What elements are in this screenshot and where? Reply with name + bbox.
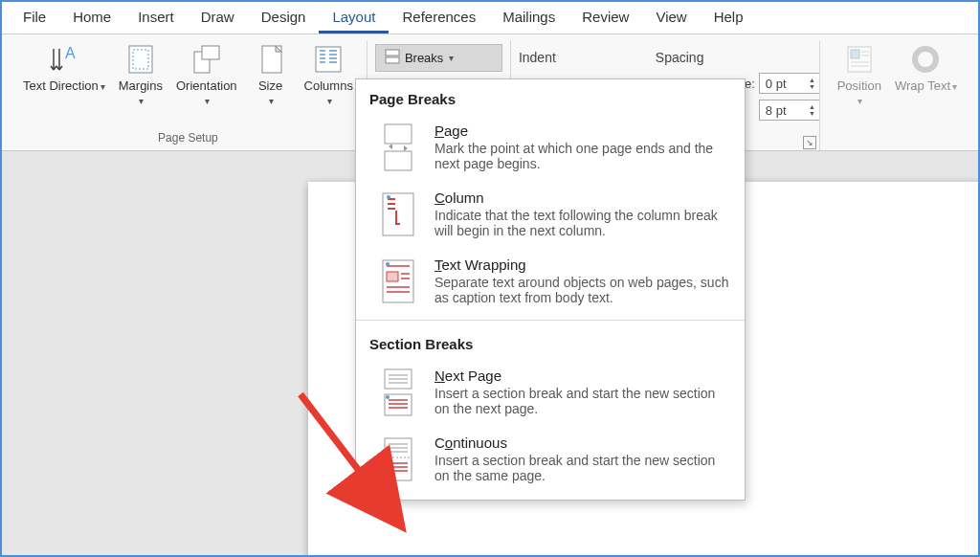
wrap-text-button[interactable]: Wrap Text▾ bbox=[889, 40, 963, 96]
margins-label: Margins bbox=[119, 78, 163, 93]
chevron-down-icon: ▾ bbox=[327, 96, 332, 106]
chevron-down-icon: ▾ bbox=[205, 96, 210, 106]
tab-review[interactable]: Review bbox=[568, 1, 642, 33]
tab-home[interactable]: Home bbox=[59, 1, 124, 33]
menu-item-desc: Separate text around objects on web page… bbox=[434, 275, 731, 305]
spacing-label: Spacing bbox=[656, 50, 704, 65]
position-icon bbox=[842, 42, 877, 77]
position-button[interactable]: Position▾ bbox=[832, 40, 887, 110]
tab-draw[interactable]: Draw bbox=[188, 1, 248, 33]
svg-text:A: A bbox=[65, 45, 76, 61]
spacing-before-input[interactable]: 0 pt ▲▼ bbox=[759, 73, 820, 94]
columns-label: Columns bbox=[304, 78, 353, 93]
menu-item-text-wrapping[interactable]: Text Wrapping Separate text around objec… bbox=[356, 249, 745, 316]
menu-item-title: Continuous bbox=[434, 434, 731, 451]
orientation-button[interactable]: Orientation▾ bbox=[170, 40, 243, 110]
svg-rect-23 bbox=[385, 124, 412, 144]
breaks-label: Breaks bbox=[405, 51, 443, 65]
column-break-icon bbox=[375, 189, 421, 239]
chevron-down-icon: ▾ bbox=[269, 96, 274, 106]
columns-icon bbox=[311, 42, 345, 77]
menu-item-title: Page bbox=[434, 123, 731, 139]
menu-item-continuous[interactable]: Continuous Insert a section break and st… bbox=[356, 427, 745, 494]
breaks-menu: Page Breaks Page Mark the point at which… bbox=[355, 78, 746, 501]
tab-design[interactable]: Design bbox=[248, 1, 320, 33]
margins-button[interactable]: Margins▾ bbox=[113, 40, 168, 110]
spacing-fields: e: 0 pt ▲▼ e: 8 pt ▲▼ ↘ bbox=[745, 73, 820, 153]
text-direction-icon: A bbox=[47, 42, 81, 77]
menu-item-title: Column bbox=[434, 189, 731, 206]
menu-item-desc: Insert a section break and start the new… bbox=[434, 453, 731, 483]
menu-divider bbox=[356, 320, 745, 321]
text-wrapping-break-icon bbox=[375, 256, 421, 306]
text-direction-button[interactable]: A Text Direction▾ bbox=[17, 40, 111, 96]
spinner-arrows-icon[interactable]: ▲▼ bbox=[807, 76, 817, 91]
menu-header-section-breaks: Section Breaks bbox=[356, 324, 745, 360]
wrap-text-icon bbox=[908, 42, 943, 77]
text-direction-label: Text Direction bbox=[23, 78, 99, 93]
svg-rect-25 bbox=[383, 193, 413, 235]
chevron-down-icon: ▾ bbox=[952, 81, 957, 92]
breaks-button[interactable]: Breaks ▾ bbox=[375, 44, 502, 72]
tab-insert[interactable]: Insert bbox=[124, 1, 188, 33]
spacing-before-label: e: bbox=[745, 77, 755, 91]
size-button[interactable]: Size▾ bbox=[245, 40, 297, 110]
svg-rect-4 bbox=[202, 46, 219, 59]
menu-header-page-breaks: Page Breaks bbox=[356, 79, 745, 115]
menu-item-desc: Insert a section break and start the new… bbox=[434, 386, 731, 416]
spacing-after-value: 8 pt bbox=[766, 103, 787, 118]
paragraph-dialog-launcher[interactable]: ↘ bbox=[803, 136, 816, 149]
menu-item-next-page[interactable]: Next Page Insert a section break and sta… bbox=[356, 360, 745, 427]
menu-item-page[interactable]: Page Mark the point at which one page en… bbox=[356, 115, 745, 182]
indent-label: Indent bbox=[519, 50, 556, 65]
margins-icon bbox=[123, 42, 158, 77]
tab-mailings[interactable]: Mailings bbox=[489, 1, 568, 33]
chevron-down-icon: ▾ bbox=[139, 96, 144, 106]
group-arrange: Position▾ Wrap Text▾ bbox=[819, 40, 970, 150]
tab-file[interactable]: File bbox=[10, 1, 59, 33]
svg-rect-6 bbox=[316, 47, 341, 72]
svg-rect-24 bbox=[385, 151, 412, 170]
menu-item-column[interactable]: Column Indicate that the text following … bbox=[356, 182, 745, 249]
section-continuous-icon bbox=[375, 434, 421, 484]
tab-references[interactable]: References bbox=[389, 1, 489, 33]
chevron-down-icon: ▾ bbox=[449, 53, 454, 63]
ribbon-tabs: File Home Insert Draw Design Layout Refe… bbox=[2, 2, 978, 34]
tab-view[interactable]: View bbox=[642, 1, 700, 33]
tab-layout[interactable]: Layout bbox=[319, 1, 389, 33]
svg-rect-31 bbox=[387, 272, 398, 281]
breaks-icon bbox=[384, 48, 401, 68]
spacing-before-value: 0 pt bbox=[766, 77, 787, 91]
chevron-down-icon: ▾ bbox=[100, 81, 105, 92]
columns-button[interactable]: Columns▾ bbox=[299, 40, 359, 110]
orientation-icon bbox=[189, 42, 224, 77]
position-label: Position bbox=[837, 78, 881, 93]
size-icon bbox=[254, 42, 288, 77]
tab-help[interactable]: Help bbox=[701, 1, 757, 33]
svg-rect-18 bbox=[851, 50, 859, 58]
svg-point-37 bbox=[386, 262, 390, 266]
spinner-arrows-icon[interactable]: ▲▼ bbox=[807, 102, 817, 118]
page-break-icon bbox=[375, 123, 421, 172]
svg-rect-16 bbox=[386, 57, 399, 63]
menu-item-title: Next Page bbox=[434, 368, 731, 384]
svg-point-29 bbox=[387, 195, 390, 199]
svg-point-55 bbox=[386, 458, 390, 462]
chevron-down-icon: ▾ bbox=[858, 96, 862, 106]
menu-item-title: Text Wrapping bbox=[434, 256, 731, 273]
orientation-label: Orientation bbox=[176, 78, 237, 93]
group-label-page-setup: Page Setup bbox=[10, 129, 367, 148]
menu-item-desc: Mark the point at which one page ends an… bbox=[434, 141, 731, 171]
svg-point-46 bbox=[386, 395, 390, 399]
size-label: Size bbox=[258, 78, 282, 93]
svg-rect-15 bbox=[386, 50, 399, 56]
section-next-page-icon bbox=[375, 368, 421, 417]
wrap-text-label: Wrap Text bbox=[895, 78, 950, 93]
menu-item-desc: Indicate that the text following the col… bbox=[434, 208, 731, 238]
spacing-after-input[interactable]: 8 pt ▲▼ bbox=[759, 100, 820, 121]
group-page-setup: A Text Direction▾ Margins▾ Orientation▾ bbox=[10, 40, 368, 150]
